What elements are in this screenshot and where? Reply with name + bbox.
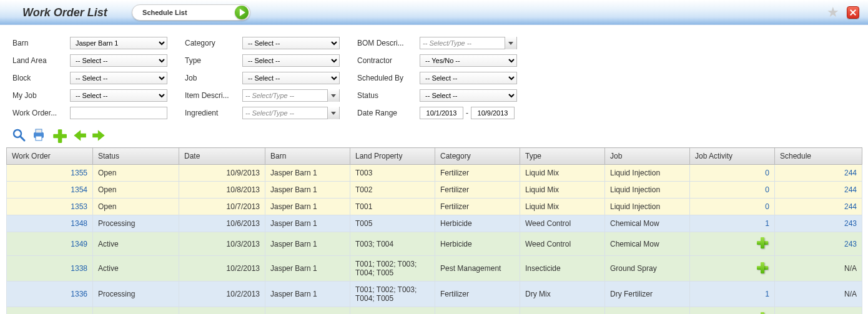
column-header[interactable]: Barn <box>265 148 350 165</box>
cell-work-order[interactable]: 1354 <box>7 182 93 199</box>
add-icon[interactable] <box>51 127 66 142</box>
cell-land: T001; T002 <box>350 307 435 315</box>
arrow-left-icon[interactable] <box>71 127 86 142</box>
cell-type: Liquid Mix <box>520 182 605 199</box>
filter-combo[interactable]: -- Select/Type -- <box>242 89 340 102</box>
cell-job-activity: 0 <box>690 182 775 199</box>
table-row[interactable]: 1336Processing10/2/2013Jasper Barn 1T001… <box>7 282 862 307</box>
job-activity-link[interactable]: 1 <box>765 290 769 298</box>
date-from[interactable] <box>420 107 463 119</box>
job-activity-link[interactable]: 0 <box>765 202 769 211</box>
filter-label: Barn <box>12 39 70 47</box>
cell-work-order[interactable]: 1347 <box>7 307 93 315</box>
column-header[interactable]: Status <box>93 148 179 165</box>
add-activity-icon[interactable] <box>756 311 769 314</box>
filter-text[interactable] <box>70 107 167 119</box>
table-row[interactable]: 1338Active10/2/2013Jasper Barn 1T001; T0… <box>7 256 862 282</box>
column-header[interactable]: Category <box>435 148 520 165</box>
star-icon[interactable]: ★ <box>827 6 839 19</box>
cell-work-order-link[interactable]: 1353 <box>71 202 87 211</box>
filter-combo[interactable]: -- Select/Type -- <box>420 37 517 49</box>
table-row[interactable]: 1353Open10/7/2013Jasper Barn 1T001Fertil… <box>7 199 862 215</box>
filter-label: BOM Descri... <box>357 39 420 47</box>
job-activity-link[interactable]: 0 <box>765 169 769 177</box>
cell-job: Chemical Mow <box>605 232 690 256</box>
cell-date: 10/1/2013 <box>179 307 265 315</box>
cell-work-order[interactable]: 1355 <box>7 165 93 182</box>
filter-select[interactable]: Jasper Barn 1 <box>70 37 167 49</box>
filter-row: Land Area-- Select -- <box>12 54 167 67</box>
filter-select[interactable]: -- Select -- <box>70 54 167 67</box>
cell-work-order-link[interactable]: 1349 <box>71 240 87 248</box>
cell-date: 10/8/2013 <box>179 182 265 199</box>
cell-status: Open <box>93 182 179 199</box>
schedule-link[interactable]: 244 <box>844 202 857 211</box>
cell-work-order[interactable]: 1353 <box>7 199 93 215</box>
cell-work-order[interactable]: 1348 <box>7 215 93 232</box>
filter-select[interactable]: -- Yes/No -- <box>420 54 517 67</box>
column-header[interactable]: Schedule <box>775 148 862 165</box>
filter-select[interactable]: -- Select -- <box>242 54 340 67</box>
cell-work-order-link[interactable]: 1354 <box>71 185 87 194</box>
cell-date: 10/6/2013 <box>179 215 265 232</box>
toolbar <box>0 125 868 147</box>
filter-row: Contractor-- Yes/No -- <box>357 54 517 67</box>
schedule-link[interactable]: 244 <box>844 185 857 194</box>
column-header[interactable]: Job Activity <box>690 148 775 165</box>
cell-work-order-link[interactable]: 1355 <box>71 169 87 177</box>
close-icon[interactable] <box>847 6 859 19</box>
column-header[interactable]: Work Order <box>7 148 93 165</box>
cell-type: Liquid Mix <box>520 199 605 215</box>
date-to[interactable] <box>471 107 515 119</box>
job-activity-link[interactable]: 0 <box>765 185 769 194</box>
schedule-link[interactable]: 244 <box>844 169 857 177</box>
cell-work-order-link[interactable]: 1336 <box>71 290 87 298</box>
table-row[interactable]: 1355Open10/9/2013Jasper Barn 1T003Fertil… <box>7 165 862 182</box>
filter-select[interactable]: -- Select -- <box>420 72 517 84</box>
schedule-link[interactable]: 243 <box>844 240 857 248</box>
filter-select[interactable]: -- Select -- <box>70 89 167 102</box>
cell-status: Active <box>93 307 179 315</box>
arrow-right-icon[interactable] <box>91 127 106 142</box>
cell-work-order[interactable]: 1349 <box>7 232 93 256</box>
cell-job-activity <box>690 256 775 282</box>
filter-combo[interactable]: -- Select/Type -- <box>242 107 340 119</box>
schedule-link[interactable]: 243 <box>844 219 857 228</box>
print-icon[interactable] <box>31 127 46 142</box>
filter-label: Type <box>185 56 242 65</box>
column-header[interactable]: Date <box>179 148 265 165</box>
table-row[interactable]: 1348Processing10/6/2013Jasper Barn 1T005… <box>7 215 862 232</box>
filter-panel: BarnJasper Barn 1Land Area-- Select --Bl… <box>0 25 868 125</box>
cell-work-order[interactable]: 1338 <box>7 256 93 282</box>
cell-schedule: N/A <box>775 256 862 282</box>
cell-barn: Jasper Barn 1 <box>265 215 350 232</box>
cell-job-activity <box>690 307 775 315</box>
cell-work-order-link[interactable]: 1338 <box>71 264 87 273</box>
column-header[interactable]: Job <box>605 148 690 165</box>
table-row[interactable]: 1347Active10/1/2013Jasper Barn 1T001; T0… <box>7 307 862 315</box>
filter-select[interactable]: -- Select -- <box>242 72 340 84</box>
filter-row: Date Range- <box>357 106 517 120</box>
filter-select[interactable]: -- Select -- <box>70 72 167 84</box>
filter-row: Ingredient-- Select/Type -- <box>185 106 340 120</box>
search-icon[interactable] <box>11 127 26 142</box>
cell-job-activity <box>690 232 775 256</box>
cell-work-order-link[interactable]: 1348 <box>71 219 87 228</box>
cell-type: Insecticide <box>520 256 605 282</box>
column-header[interactable]: Type <box>520 148 605 165</box>
cell-status: Active <box>93 256 179 282</box>
filter-select[interactable]: -- Select -- <box>420 89 517 102</box>
filter-select[interactable]: -- Select -- <box>242 37 340 49</box>
cell-land: T003; T004 <box>350 232 435 256</box>
job-activity-link[interactable]: 1 <box>765 219 769 228</box>
schedule-list-button[interactable]: Schedule List <box>132 4 250 21</box>
column-header[interactable]: Land Property <box>350 148 435 165</box>
cell-schedule: 244 <box>775 199 862 215</box>
table-row[interactable]: 1354Open10/8/2013Jasper Barn 1T002Fertil… <box>7 182 862 199</box>
add-activity-icon[interactable] <box>756 261 769 275</box>
table-row[interactable]: 1349Active10/3/2013Jasper Barn 1T003; T0… <box>7 232 862 256</box>
add-activity-icon[interactable] <box>756 236 769 250</box>
filter-label: Block <box>12 74 70 82</box>
cell-work-order[interactable]: 1336 <box>7 282 93 307</box>
cell-date: 10/2/2013 <box>179 256 265 282</box>
